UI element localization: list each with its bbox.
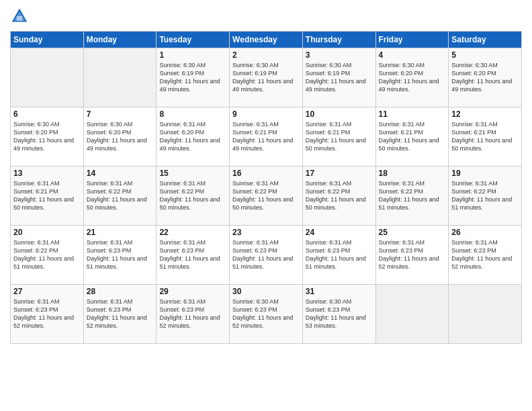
calendar-cell: 4Sunrise: 6:30 AM Sunset: 6:20 PM Daylig… [375,48,449,107]
svg-rect-2 [17,16,22,21]
weekday-header-row: SundayMondayTuesdayWednesdayThursdayFrid… [11,32,522,48]
day-number: 12 [451,109,519,119]
day-number: 11 [379,109,446,119]
day-number: 31 [306,287,373,296]
calendar-cell: 3Sunrise: 6:30 AM Sunset: 6:19 PM Daylig… [302,48,375,107]
day-info: Sunrise: 6:31 AM Sunset: 6:21 PM Dayligh… [232,120,300,153]
calendar-cell: 10Sunrise: 6:31 AM Sunset: 6:21 PM Dayli… [302,107,375,167]
page: SundayMondayTuesdayWednesdayThursdayFrid… [0,0,532,411]
calendar-cell: 2Sunrise: 6:30 AM Sunset: 6:19 PM Daylig… [230,48,303,107]
day-info: Sunrise: 6:31 AM Sunset: 6:21 PM Dayligh… [306,120,373,153]
day-number: 17 [306,169,373,178]
calendar-cell: 23Sunrise: 6:31 AM Sunset: 6:23 PM Dayli… [230,226,303,285]
day-info: Sunrise: 6:31 AM Sunset: 6:23 PM Dayligh… [159,298,226,330]
weekday-header: Thursday [302,32,375,48]
weekday-header: Sunday [11,32,84,48]
weekday-header: Tuesday [157,32,230,48]
calendar-week-row: 27Sunrise: 6:31 AM Sunset: 6:23 PM Dayli… [11,285,522,344]
day-info: Sunrise: 6:31 AM Sunset: 6:22 PM Dayligh… [87,179,154,212]
day-number: 21 [87,228,154,237]
weekday-header: Monday [83,32,157,48]
day-number: 23 [232,228,300,237]
day-number: 1 [159,50,226,60]
calendar-cell: 17Sunrise: 6:31 AM Sunset: 6:22 PM Dayli… [302,167,375,226]
day-number: 25 [379,228,446,237]
calendar: SundayMondayTuesdayWednesdayThursdayFrid… [10,31,522,344]
day-number: 24 [306,228,373,237]
day-info: Sunrise: 6:31 AM Sunset: 6:22 PM Dayligh… [13,238,81,271]
day-number: 10 [306,109,373,119]
day-info: Sunrise: 6:30 AM Sunset: 6:19 PM Dayligh… [306,61,373,94]
day-number: 14 [87,169,154,178]
calendar-cell [449,285,522,344]
day-info: Sunrise: 6:30 AM Sunset: 6:20 PM Dayligh… [13,120,81,153]
day-number: 26 [451,228,519,237]
calendar-cell: 30Sunrise: 6:30 AM Sunset: 6:23 PM Dayli… [230,285,303,344]
day-info: Sunrise: 6:31 AM Sunset: 6:23 PM Dayligh… [379,238,446,271]
calendar-cell: 26Sunrise: 6:31 AM Sunset: 6:23 PM Dayli… [449,226,522,285]
day-number: 15 [159,169,226,178]
calendar-cell [375,285,449,344]
calendar-cell: 6Sunrise: 6:30 AM Sunset: 6:20 PM Daylig… [11,107,84,167]
day-number: 7 [87,109,154,119]
day-info: Sunrise: 6:31 AM Sunset: 6:21 PM Dayligh… [13,179,81,212]
calendar-week-row: 1Sunrise: 6:30 AM Sunset: 6:19 PM Daylig… [11,48,522,107]
day-info: Sunrise: 6:31 AM Sunset: 6:22 PM Dayligh… [379,179,446,212]
calendar-cell: 8Sunrise: 6:31 AM Sunset: 6:20 PM Daylig… [157,107,230,167]
calendar-cell: 7Sunrise: 6:30 AM Sunset: 6:20 PM Daylig… [83,107,157,167]
day-info: Sunrise: 6:30 AM Sunset: 6:20 PM Dayligh… [379,61,446,94]
calendar-cell: 27Sunrise: 6:31 AM Sunset: 6:23 PM Dayli… [11,285,84,344]
day-number: 30 [232,287,300,296]
weekday-header: Wednesday [230,32,303,48]
day-info: Sunrise: 6:31 AM Sunset: 6:20 PM Dayligh… [159,120,226,153]
day-info: Sunrise: 6:31 AM Sunset: 6:22 PM Dayligh… [232,179,300,212]
day-info: Sunrise: 6:30 AM Sunset: 6:23 PM Dayligh… [232,298,300,330]
calendar-cell: 12Sunrise: 6:31 AM Sunset: 6:21 PM Dayli… [449,107,522,167]
calendar-cell [11,48,84,107]
day-info: Sunrise: 6:31 AM Sunset: 6:23 PM Dayligh… [451,238,519,271]
calendar-week-row: 13Sunrise: 6:31 AM Sunset: 6:21 PM Dayli… [11,167,522,226]
day-info: Sunrise: 6:31 AM Sunset: 6:23 PM Dayligh… [87,238,154,271]
day-number: 28 [87,287,154,296]
day-info: Sunrise: 6:31 AM Sunset: 6:23 PM Dayligh… [159,238,226,271]
calendar-cell: 24Sunrise: 6:31 AM Sunset: 6:23 PM Dayli… [302,226,375,285]
calendar-cell [83,48,157,107]
day-info: Sunrise: 6:30 AM Sunset: 6:20 PM Dayligh… [451,61,519,94]
day-info: Sunrise: 6:31 AM Sunset: 6:23 PM Dayligh… [306,238,373,271]
calendar-cell: 11Sunrise: 6:31 AM Sunset: 6:21 PM Dayli… [375,107,449,167]
calendar-cell: 16Sunrise: 6:31 AM Sunset: 6:22 PM Dayli… [230,167,303,226]
day-number: 4 [379,50,446,60]
calendar-cell: 1Sunrise: 6:30 AM Sunset: 6:19 PM Daylig… [157,48,230,107]
calendar-cell: 22Sunrise: 6:31 AM Sunset: 6:23 PM Dayli… [157,226,230,285]
day-number: 5 [451,50,519,60]
day-info: Sunrise: 6:30 AM Sunset: 6:23 PM Dayligh… [306,298,373,330]
calendar-cell: 20Sunrise: 6:31 AM Sunset: 6:22 PM Dayli… [11,226,84,285]
calendar-cell: 19Sunrise: 6:31 AM Sunset: 6:22 PM Dayli… [449,167,522,226]
day-number: 22 [159,228,226,237]
day-info: Sunrise: 6:30 AM Sunset: 6:20 PM Dayligh… [87,120,154,153]
header [10,7,522,26]
weekday-header: Saturday [449,32,522,48]
calendar-cell: 21Sunrise: 6:31 AM Sunset: 6:23 PM Dayli… [83,226,157,285]
day-info: Sunrise: 6:31 AM Sunset: 6:21 PM Dayligh… [379,120,446,153]
day-number: 20 [13,228,81,237]
day-info: Sunrise: 6:31 AM Sunset: 6:23 PM Dayligh… [13,298,81,330]
day-number: 3 [306,50,373,60]
calendar-cell: 15Sunrise: 6:31 AM Sunset: 6:22 PM Dayli… [157,167,230,226]
day-number: 2 [232,50,300,60]
day-info: Sunrise: 6:31 AM Sunset: 6:22 PM Dayligh… [451,179,519,212]
day-number: 13 [13,169,81,178]
calendar-cell: 5Sunrise: 6:30 AM Sunset: 6:20 PM Daylig… [449,48,522,107]
day-number: 27 [13,287,81,296]
day-number: 8 [159,109,226,119]
day-number: 29 [159,287,226,296]
day-number: 18 [379,169,446,178]
calendar-cell: 25Sunrise: 6:31 AM Sunset: 6:23 PM Dayli… [375,226,449,285]
calendar-cell: 29Sunrise: 6:31 AM Sunset: 6:23 PM Dayli… [157,285,230,344]
day-number: 19 [451,169,519,178]
day-info: Sunrise: 6:31 AM Sunset: 6:21 PM Dayligh… [451,120,519,153]
calendar-week-row: 6Sunrise: 6:30 AM Sunset: 6:20 PM Daylig… [11,107,522,167]
calendar-cell: 31Sunrise: 6:30 AM Sunset: 6:23 PM Dayli… [302,285,375,344]
day-number: 9 [232,109,300,119]
logo-icon [10,7,29,26]
